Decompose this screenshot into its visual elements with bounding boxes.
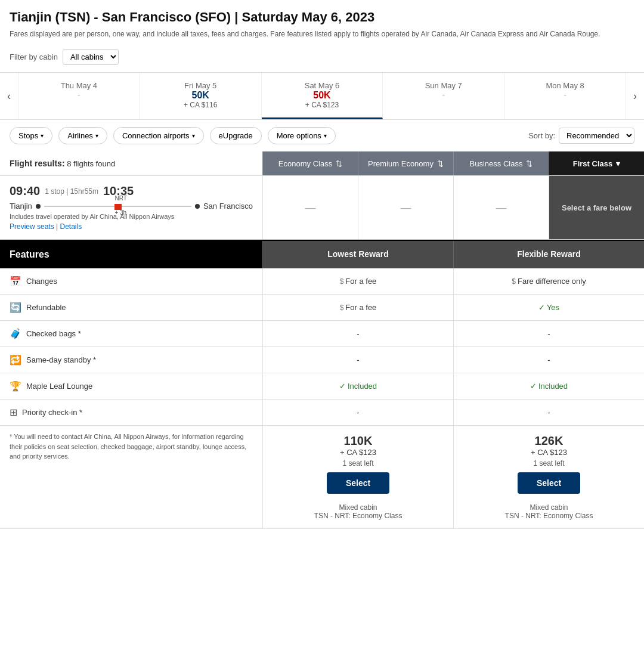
flight-info: 09:40 1 stop | 15hr55m 10:35 Tianjin NRT… xyxy=(0,176,262,239)
checked-bags-flexible-text: - xyxy=(547,329,550,338)
date-thu-label: Thu May 4 xyxy=(23,81,135,90)
route-line: NRT + 3h xyxy=(44,206,191,207)
first-chevron-icon: ▾ xyxy=(616,159,620,168)
origin-dot xyxy=(36,204,41,209)
lowest-reward-select-button[interactable]: Select xyxy=(327,472,389,494)
checked-bags-text: Checked bags * xyxy=(26,329,81,338)
page-subtitle: Fares displayed are per person, one way,… xyxy=(10,29,634,39)
date-sun[interactable]: Sun May 7 - xyxy=(383,73,504,119)
changes-feature-row: 📅 Changes $ For a fee $ Fare difference … xyxy=(0,268,644,295)
date-sun-label: Sun May 7 xyxy=(388,81,499,90)
premium-economy-header[interactable]: Premium Economy ⇅ xyxy=(358,151,453,175)
priority-lowest-value: - xyxy=(262,400,453,425)
filter-cabin-label: Filter by cabin xyxy=(10,52,58,61)
dest-dot xyxy=(195,204,200,209)
flexible-reward-fee: + CA $123 xyxy=(459,448,639,457)
flexible-reward-mixed-cabin: Mixed cabin TSN - NRT: Economy Class xyxy=(459,503,639,520)
flexible-reward-select-button[interactable]: Select xyxy=(518,472,580,494)
more-options-filter-button[interactable]: More options ▾ xyxy=(268,127,336,144)
cabin-filter-select[interactable]: All cabins xyxy=(63,49,119,65)
changes-text: Changes xyxy=(26,277,57,286)
checked-bags-feature-row: 🧳 Checked bags * - - xyxy=(0,321,644,347)
prev-date-arrow[interactable]: ‹ xyxy=(0,73,18,119)
premium-fare-cell: — xyxy=(358,176,453,239)
economy-fare-dash: — xyxy=(305,202,316,214)
features-section: Features Lowest Reward Flexible Reward 📅… xyxy=(0,240,644,529)
economy-fare-cell: — xyxy=(262,176,358,239)
refundable-feature-row: 🔄 Refundable $ For a fee ✓ Yes xyxy=(0,295,644,321)
results-section: Flight results: 8 flights found Economy … xyxy=(0,151,644,529)
check-icon-lounge-flexible: ✓ xyxy=(530,382,537,391)
lounge-lowest-text: Included xyxy=(348,382,377,391)
results-info: Flight results: 8 flights found xyxy=(0,151,262,175)
svg-rect-1 xyxy=(114,204,117,206)
business-class-header[interactable]: Business Class ⇅ xyxy=(453,151,549,175)
changes-flexible-value: $ Fare difference only xyxy=(453,268,644,294)
footnote-cell: * You will need to contact Air China, Al… xyxy=(0,426,262,528)
page-title: Tianjin (TSN) - San Francisco (SFO) | Sa… xyxy=(10,10,634,25)
preview-seats-link[interactable]: Preview seats xyxy=(10,222,54,231)
next-date-arrow[interactable]: › xyxy=(626,73,644,119)
date-sat[interactable]: Sat May 6 50K + CA $123 xyxy=(262,73,383,119)
refundable-label: 🔄 Refundable xyxy=(0,295,262,320)
priority-text: Priority check-in * xyxy=(22,408,82,417)
flight-row: 09:40 1 stop | 15hr55m 10:35 Tianjin NRT… xyxy=(0,176,644,240)
flight-stop-duration: 1 stop | 15hr55m xyxy=(45,187,98,196)
lowest-reward-points: 110K xyxy=(268,434,448,448)
business-sort-icon: ⇅ xyxy=(526,159,532,168)
lowest-reward-mixed-cabin: Mixed cabin TSN - NRT: Economy Class xyxy=(268,503,448,520)
stops-filter-button[interactable]: Stops ▾ xyxy=(10,127,52,144)
flight-times: 09:40 1 stop | 15hr55m 10:35 xyxy=(10,184,253,198)
results-label: Flight results: xyxy=(10,159,65,168)
premium-fare-dash: — xyxy=(401,202,411,214)
check-icon: ✓ xyxy=(538,303,545,312)
details-link[interactable]: Details xyxy=(60,222,82,231)
flexible-mixed-cabin-route: TSN - NRT: Economy Class xyxy=(459,512,639,520)
date-sat-fee: + CA $123 xyxy=(267,101,378,109)
checked-bags-lowest-value: - xyxy=(262,321,453,346)
date-fri[interactable]: Fri May 5 50K + CA $116 xyxy=(140,73,262,119)
date-thu-points: - xyxy=(23,90,135,100)
lowest-reward-fee: + CA $123 xyxy=(268,448,448,457)
origin-city: Tianjin xyxy=(10,202,32,211)
standby-label: 🔁 Same-day standby * xyxy=(0,347,262,373)
date-sat-points: 50K xyxy=(267,90,378,101)
sort-section: Sort by: Recommended xyxy=(528,128,634,144)
connections-chevron-icon: ▾ xyxy=(192,132,195,139)
standby-lowest-text: - xyxy=(357,355,359,364)
flight-route: Tianjin NRT + 3h San Francisco xyxy=(10,202,253,211)
flexible-reward-header: Flexible Reward xyxy=(453,241,644,268)
first-class-label: First Class xyxy=(573,159,612,168)
standby-flexible-value: - xyxy=(453,347,644,373)
sort-select[interactable]: Recommended xyxy=(559,128,634,144)
standby-text: Same-day standby * xyxy=(26,355,96,364)
lounge-label: 🏆 Maple Leaf Lounge xyxy=(0,373,262,399)
date-mon[interactable]: Mon May 8 - xyxy=(504,73,626,119)
date-mon-points: - xyxy=(509,90,621,100)
economy-class-label: Economy Class xyxy=(278,159,332,168)
first-class-header[interactable]: First Class ▾ xyxy=(549,151,644,175)
refund-icon: 🔄 xyxy=(10,302,21,313)
standby-flexible-text: - xyxy=(547,355,550,364)
stops-chevron-icon: ▾ xyxy=(41,132,44,139)
stopover-code: NRT xyxy=(114,195,126,202)
flexible-reward-seats: 1 seat left xyxy=(459,459,639,468)
flight-operated: Includes travel operated by Air China, A… xyxy=(10,213,253,220)
connections-filter-label: Connection airports xyxy=(122,131,190,140)
airlines-filter-button[interactable]: Airlines ▾ xyxy=(58,127,107,144)
features-header: Features Lowest Reward Flexible Reward xyxy=(0,241,644,268)
date-thu[interactable]: Thu May 4 - xyxy=(18,73,140,119)
checked-bags-lowest-text: - xyxy=(357,329,359,338)
first-fare-message: Select a fare below xyxy=(562,203,631,212)
date-sun-points: - xyxy=(388,90,499,100)
economy-class-header[interactable]: Economy Class ⇅ xyxy=(262,151,358,175)
lowest-mixed-cabin-label: Mixed cabin xyxy=(268,503,448,512)
bag-icon: 🧳 xyxy=(10,328,21,339)
changes-flexible-text: Fare difference only xyxy=(518,277,586,286)
connections-filter-button[interactable]: Connection airports ▾ xyxy=(113,127,204,144)
stopover-duration: + 3h xyxy=(114,209,126,216)
eupgrade-filter-button[interactable]: eUpgrade xyxy=(210,127,262,144)
flexible-reward-price-cell: 126K + CA $123 1 seat left Select Mixed … xyxy=(453,426,644,528)
checked-bags-flexible-value: - xyxy=(453,321,644,346)
lounge-feature-row: 🏆 Maple Leaf Lounge ✓ Included ✓ Include… xyxy=(0,373,644,400)
